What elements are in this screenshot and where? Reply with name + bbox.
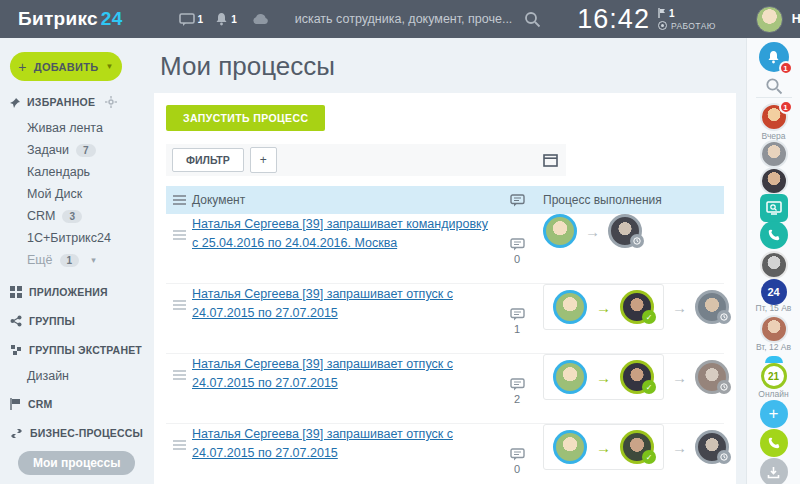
document-link[interactable]: Наталья Сергеева [39] запрашивает команд… <box>192 205 488 250</box>
notification-badge: 1 <box>779 61 793 75</box>
avatar-waiting-approver[interactable] <box>695 360 729 394</box>
top-header: Битрикс24 1 1 искать сотрудника, докумен… <box>0 0 800 38</box>
apps-icon <box>10 286 22 298</box>
add-filter-button[interactable]: + <box>250 147 277 173</box>
drag-handle-icon[interactable] <box>173 438 186 452</box>
user-menu[interactable]: Наталья Сергеева ▼ <box>756 6 800 33</box>
arrow-icon: → <box>585 223 600 240</box>
chat-bubble-icon <box>179 13 195 26</box>
download-app-button[interactable] <box>760 458 788 484</box>
column-header-process[interactable]: Процесс выполнения <box>537 193 724 207</box>
rail-divider <box>756 97 792 98</box>
rail-date-label: Пт, 15 Ав <box>756 303 792 313</box>
rail-chat-contact[interactable] <box>760 251 788 279</box>
bell-count: 1 <box>231 14 237 25</box>
rail-chat-contact[interactable] <box>760 315 788 343</box>
sidebar-item-calendar[interactable]: Календарь <box>27 161 146 183</box>
rail-scroll-indicator[interactable] <box>765 356 783 363</box>
comments-counter[interactable]: 0 <box>510 424 525 484</box>
avatar-initiator[interactable] <box>553 360 587 394</box>
avatar-approved[interactable]: ✓ <box>620 360 654 394</box>
rail-search-button[interactable] <box>765 77 783 99</box>
avatar-approved[interactable]: ✓ <box>620 290 654 324</box>
search-icon[interactable] <box>524 11 541 28</box>
avatar-waiting-approver[interactable] <box>695 290 729 324</box>
sidebar-item-my-disk[interactable]: Мой Диск <box>27 183 146 205</box>
monitor-search-icon <box>766 201 782 215</box>
sidebar-item-tasks[interactable]: Задачи7 <box>27 139 146 161</box>
sidebar-item-live-feed[interactable]: Живая лента <box>27 117 146 139</box>
rail-add-button[interactable]: + <box>760 400 788 428</box>
page-title: Мои процессы <box>160 51 746 82</box>
chat-messages-button[interactable]: 1 <box>179 13 204 26</box>
drag-handle-icon[interactable] <box>173 368 186 382</box>
comments-counter[interactable]: 1 <box>510 284 525 353</box>
screen-share-button[interactable] <box>760 194 788 222</box>
share-icon <box>10 315 22 327</box>
call-button[interactable] <box>760 429 788 457</box>
avatar-initiator[interactable] <box>553 430 587 464</box>
cloud-icon[interactable] <box>251 13 269 25</box>
document-link[interactable]: Наталья Сергеева [39] запрашивает отпуск… <box>192 415 453 460</box>
bitrix-logo[interactable]: Битрикс24 <box>18 8 123 30</box>
comment-icon <box>510 308 525 321</box>
arrow-icon: → <box>596 299 611 316</box>
sidebar-item-1c-bitrix[interactable]: 1С+Битрикс24 <box>27 227 146 249</box>
rail-chat-contact[interactable] <box>760 140 788 168</box>
sidebar-item-my-processes-active[interactable]: Мои процессы <box>18 451 135 475</box>
comments-counter[interactable]: 0 <box>510 214 525 283</box>
messenger-rail: 1 1 Вчера 24 Пт, 15 Ав Вт, 12 Ав 21 Онла… <box>746 38 800 484</box>
avatar-waiting-approver[interactable] <box>608 214 642 248</box>
day-counter-badge[interactable]: 24 <box>761 279 787 305</box>
notifications-button[interactable]: 1 <box>215 12 237 26</box>
rail-chat-contact[interactable]: 1 <box>760 103 788 131</box>
document-link[interactable]: Наталья Сергеева [39] запрашивает отпуск… <box>192 275 453 320</box>
avatar-initiator[interactable] <box>553 290 587 324</box>
table-row: Наталья Сергеева [39] запрашивает отпуск… <box>166 354 724 424</box>
online-counter[interactable]: 21 <box>761 363 787 389</box>
filter-button[interactable]: ФИЛЬТР <box>172 148 244 172</box>
comments-counter[interactable]: 2 <box>510 354 525 423</box>
chevron-down-icon: ▾ <box>91 255 96 265</box>
rail-chat-contact[interactable] <box>760 167 788 195</box>
menu-icon[interactable] <box>173 193 186 207</box>
sidebar-item-more[interactable]: Ещё1▾ <box>27 249 146 271</box>
process-cycle-icon <box>10 428 23 439</box>
avatar-initiator[interactable] <box>543 214 577 248</box>
main-content: Мои процессы ЗАПУСТИТЬ ПРОЦЕСС ФИЛЬТР + … <box>146 38 746 484</box>
sidebar-section-business-processes[interactable]: БИЗНЕС-ПРОЦЕССЫ <box>10 425 146 441</box>
callback-button[interactable] <box>760 221 788 249</box>
drag-handle-icon[interactable] <box>173 228 186 242</box>
counter-badge: 3 <box>62 210 82 223</box>
start-process-button[interactable]: ЗАПУСТИТЬ ПРОЦЕСС <box>166 105 325 131</box>
avatar-waiting-approver[interactable] <box>695 430 729 464</box>
grid-settings-icon[interactable] <box>543 154 558 167</box>
sidebar-section-crm[interactable]: CRM <box>10 396 146 412</box>
counter-badge: 7 <box>76 144 96 157</box>
rail-notifications-button[interactable]: 1 <box>759 42 789 72</box>
unread-badge: 1 <box>779 100 793 114</box>
comment-count: 0 <box>514 463 520 475</box>
sidebar-item-crm[interactable]: CRM3 <box>27 205 146 227</box>
plus-icon: + <box>18 59 26 75</box>
counter-badge: 1 <box>60 254 80 267</box>
document-link[interactable]: Наталья Сергеева [39] запрашивает отпуск… <box>192 345 453 390</box>
table-row: Наталья Сергеева [39] запрашивает отпуск… <box>166 284 724 354</box>
avatar-approved[interactable]: ✓ <box>620 430 654 464</box>
add-button[interactable]: + ДОБАВИТЬ ▼ <box>10 52 122 81</box>
sidebar-section-groups[interactable]: ГРУППЫ <box>10 313 146 329</box>
sidebar-section-extranet-groups[interactable]: ГРУППЫ ЭКСТРАНЕТ <box>10 342 146 358</box>
user-avatar[interactable] <box>756 6 783 33</box>
process-stages: → <box>543 214 724 248</box>
processes-panel: ЗАПУСТИТЬ ПРОЦЕСС ФИЛЬТР + Документ Проц… <box>154 93 736 484</box>
global-search[interactable]: искать сотрудника, документ, проче... <box>295 11 542 28</box>
pin-icon <box>10 97 21 108</box>
favorites-header: ИЗБРАННОЕ <box>10 96 146 108</box>
drag-handle-icon[interactable] <box>173 298 186 312</box>
gear-icon[interactable] <box>105 96 117 108</box>
arrow-icon: → <box>672 299 687 316</box>
sidebar-item-design[interactable]: Дизайн <box>27 369 146 383</box>
worktime-widget[interactable]: 16:42 1 РАБОТАЮ <box>577 4 715 35</box>
arrow-icon: → <box>596 439 611 456</box>
sidebar-section-apps[interactable]: ПРИЛОЖЕНИЯ <box>10 284 146 300</box>
